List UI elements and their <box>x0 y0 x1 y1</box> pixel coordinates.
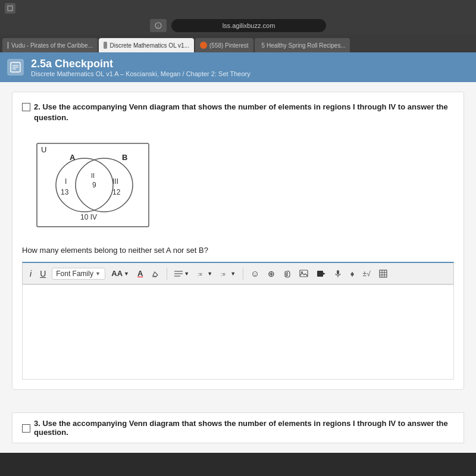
svg-rect-0 <box>8 6 12 11</box>
title-bar <box>0 0 476 17</box>
svg-marker-28 <box>323 273 325 275</box>
tab-spring-roll[interactable]: 5 Healthy Spring Roll Recipes... <box>255 38 350 52</box>
question-3-block: 3. Use the accompanying Venn diagram tha… <box>12 412 464 443</box>
toolbar-divider-1 <box>167 268 167 280</box>
font-family-arrow: ▼ <box>95 271 101 277</box>
video-icon <box>317 270 326 277</box>
question-number-row: 2. Use the accompanying Venn diagram tha… <box>22 102 454 123</box>
list2-button[interactable]: :≡ ▼ <box>218 269 238 278</box>
svg-rect-31 <box>380 270 387 277</box>
browser-chrome: i lss.agilixbuzz.com Vudu - Pirates of t… <box>0 0 476 52</box>
audio-button[interactable] <box>332 268 344 279</box>
question-2-checkbox[interactable] <box>22 103 30 111</box>
audio-icon <box>334 270 342 278</box>
list2-arrow: ▼ <box>230 271 236 277</box>
link-button[interactable]: ⊕ <box>265 268 277 280</box>
svg-rect-25 <box>300 270 308 277</box>
ordered-list-icon: :≡ <box>198 270 206 277</box>
svg-text:A: A <box>70 153 76 162</box>
font-family-dropdown[interactable]: Font Family ▼ <box>52 268 105 280</box>
svg-text:10 IV: 10 IV <box>80 213 97 221</box>
editor-toolbar: i U Font Family ▼ AA ▼ A ▼ <box>22 262 454 284</box>
tab-icon-discrete <box>104 42 107 49</box>
tab-icon-pinterest <box>200 42 207 49</box>
italic-button[interactable]: i <box>27 268 34 280</box>
emoji-button[interactable]: ☺ <box>248 267 262 280</box>
page-header: 2.5a Checkpoint Discrete Mathematics OL … <box>0 52 476 82</box>
address-bar[interactable]: lss.agilixbuzz.com <box>171 19 326 32</box>
svg-text:II: II <box>91 172 95 179</box>
svg-point-26 <box>301 271 303 273</box>
table-button[interactable] <box>377 268 390 279</box>
toolbar-divider-2 <box>243 268 243 280</box>
header-text: 2.5a Checkpoint Discrete Mathematics OL … <box>31 58 250 77</box>
question-2-block: 2. Use the accompanying Venn diagram tha… <box>12 92 464 390</box>
font-size-arrow: ▼ <box>124 271 129 277</box>
image-icon <box>299 270 308 277</box>
question-2-text: 2. Use the accompanying Venn diagram tha… <box>34 102 454 123</box>
page-subtitle: Discrete Mathematics OL v1 A – Kosciansk… <box>31 70 250 77</box>
svg-text:13: 13 <box>61 188 69 196</box>
tab-pinterest[interactable]: (558) Pinterest <box>195 38 253 52</box>
align-arrow: ▼ <box>184 271 189 277</box>
venn-diagram: U A B I 13 II 9 III 12 <box>34 137 153 233</box>
tab-discrete-math[interactable]: Discrete Mathematics OL v1... <box>99 38 194 52</box>
list1-arrow: ▼ <box>207 271 212 277</box>
svg-text:I: I <box>65 177 67 186</box>
window-control[interactable] <box>5 3 15 14</box>
table-icon <box>379 270 387 278</box>
question-3-checkbox[interactable] <box>22 424 30 433</box>
align-button[interactable]: ▼ <box>172 269 192 278</box>
font-family-label: Font Family <box>56 270 93 278</box>
highlight-icon <box>151 270 159 278</box>
svg-text:9: 9 <box>92 181 96 189</box>
svg-text::≡: :≡ <box>221 271 226 277</box>
tab-icon-vudu <box>7 42 9 49</box>
svg-text:i: i <box>158 24 159 29</box>
align-icon <box>174 270 183 277</box>
venn-u-label: U <box>41 145 46 154</box>
font-color-button[interactable]: A <box>135 268 145 279</box>
question-3-text: 3. Use the accompanying Venn diagram tha… <box>34 419 454 437</box>
math-button[interactable]: ±√ <box>361 268 373 279</box>
svg-text:B: B <box>122 153 127 162</box>
address-bar-row: i lss.agilixbuzz.com <box>0 17 476 35</box>
svg-rect-27 <box>317 271 323 277</box>
tab-vudu[interactable]: Vudu - Pirates of the Caribbe... <box>2 38 98 52</box>
unordered-list-icon: :≡ <box>221 270 229 277</box>
address-text: lss.agilixbuzz.com <box>223 22 275 29</box>
svg-text:12: 12 <box>112 188 121 196</box>
list1-button[interactable]: :≡ ▼ <box>195 269 215 278</box>
spacer <box>12 390 464 408</box>
sub-question-2: How many elements belong to neither set … <box>22 246 454 255</box>
page-title: 2.5a Checkpoint <box>31 58 250 70</box>
svg-rect-29 <box>337 270 339 274</box>
nav-back[interactable]: i <box>150 19 167 32</box>
attachment-icon <box>283 270 291 278</box>
header-icon <box>7 59 24 76</box>
svg-text:III: III <box>112 177 118 186</box>
highlight-button[interactable] <box>149 268 162 279</box>
mic-button[interactable]: ♦ <box>347 268 356 280</box>
video-button[interactable] <box>314 269 328 278</box>
underline-button[interactable]: U <box>37 268 48 280</box>
font-size-button[interactable]: AA ▼ <box>109 268 131 279</box>
content-area: 2. Use the accompanying Venn diagram tha… <box>0 82 476 453</box>
image-button[interactable] <box>297 268 311 278</box>
tabs-row: Vudu - Pirates of the Caribbe... Discret… <box>0 35 476 52</box>
venn-diagram-container: U A B I 13 II 9 III 12 <box>34 137 153 235</box>
attachment-button[interactable] <box>281 268 293 279</box>
answer-area[interactable] <box>22 284 454 380</box>
svg-text::≡: :≡ <box>198 271 202 277</box>
